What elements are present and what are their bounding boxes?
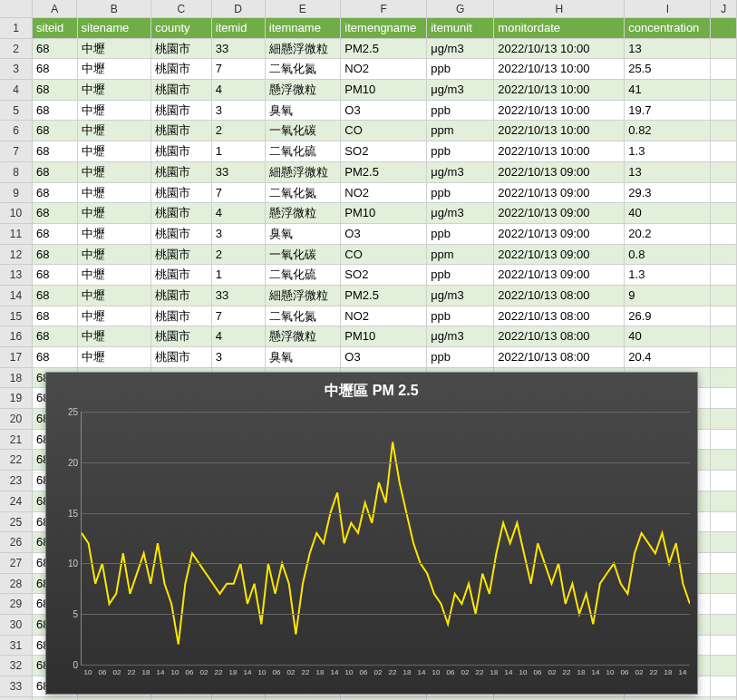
cell[interactable]: ppm [427, 121, 494, 141]
cell[interactable] [711, 203, 737, 224]
cell[interactable]: 桃園市 [151, 39, 212, 60]
cell[interactable]: 2 [212, 245, 266, 266]
cell[interactable]: ppb [427, 347, 494, 368]
cell[interactable]: 2022/10/13 09:00 [494, 265, 625, 286]
cell[interactable]: 20.4 [625, 347, 711, 368]
cell[interactable] [711, 39, 737, 60]
cell[interactable]: 細懸浮微粒 [266, 39, 342, 60]
cell[interactable]: 2022/10/13 08:00 [494, 326, 625, 347]
cell[interactable]: 68 [33, 59, 78, 80]
row-header[interactable]: 7 [0, 141, 33, 162]
cell[interactable]: 臭氧 [266, 224, 342, 245]
row-header[interactable]: 15 [0, 306, 33, 327]
cell[interactable]: PM2.5 [341, 162, 427, 183]
cell[interactable]: 桃園市 [151, 265, 212, 286]
row-header[interactable]: 8 [0, 162, 33, 183]
row-header[interactable]: 6 [0, 121, 33, 141]
cell[interactable]: 二氧化硫 [266, 141, 342, 162]
row-header[interactable]: 4 [0, 80, 33, 101]
cell[interactable] [711, 388, 737, 409]
cell[interactable]: 2022/10/13 10:00 [494, 39, 625, 60]
cell[interactable]: 19.7 [625, 101, 711, 122]
cell[interactable]: 2022/10/13 09:00 [494, 203, 625, 224]
cell[interactable] [711, 121, 737, 141]
header-cell-F[interactable]: itemengname [341, 18, 427, 39]
cell[interactable]: 33 [212, 162, 266, 183]
cell[interactable]: 2022/10/13 09:00 [494, 224, 625, 245]
cell[interactable] [711, 183, 737, 204]
header-cell-I[interactable]: concentration [625, 18, 711, 39]
cell[interactable]: CO [341, 121, 427, 141]
row-header[interactable]: 9 [0, 183, 33, 204]
cell[interactable]: O3 [341, 101, 427, 122]
cell[interactable]: 2022/10/13 08:00 [494, 306, 625, 327]
cell[interactable]: 中壢 [78, 326, 152, 347]
row-header[interactable]: 18 [0, 368, 33, 389]
chart-overlay[interactable]: 中壢區 PM 2.5 0510152025 100602221814100602… [45, 372, 698, 695]
cell[interactable]: 40 [625, 326, 711, 347]
cell[interactable]: 68 [33, 162, 78, 183]
row-header[interactable]: 16 [0, 326, 33, 347]
cell[interactable]: ppm [427, 245, 494, 266]
cell[interactable] [711, 594, 737, 615]
cell[interactable]: NO2 [341, 59, 427, 80]
row-header[interactable]: 14 [0, 286, 33, 306]
header-cell-B[interactable]: sitename [78, 18, 152, 39]
cell[interactable]: 2022/10/13 09:00 [494, 183, 625, 204]
row-header[interactable]: 21 [0, 430, 33, 451]
column-header-C[interactable]: C [151, 0, 212, 18]
cell[interactable]: 中壢 [78, 141, 152, 162]
row-header[interactable]: 24 [0, 491, 33, 512]
cell[interactable]: 2022/10/13 08:00 [494, 347, 625, 368]
cell[interactable] [711, 306, 737, 327]
row-header[interactable]: 26 [0, 532, 33, 553]
cell[interactable] [711, 59, 737, 80]
cell[interactable]: 臭氧 [266, 101, 342, 122]
row-header[interactable]: 32 [0, 656, 33, 676]
cell[interactable]: ppb [427, 306, 494, 327]
cell[interactable] [711, 450, 737, 471]
cell[interactable]: 2022/10/13 09:00 [494, 162, 625, 183]
header-cell-E[interactable]: itemname [266, 18, 342, 39]
cell[interactable]: 1 [212, 265, 266, 286]
cell[interactable]: 2022/10/13 10:00 [494, 80, 625, 101]
cell[interactable]: NO2 [341, 306, 427, 327]
cell[interactable]: 桃園市 [151, 141, 212, 162]
row-header[interactable]: 27 [0, 553, 33, 574]
cell[interactable]: 中壢 [78, 121, 152, 141]
cell[interactable]: ppb [427, 183, 494, 204]
cell[interactable]: 懸浮微粒 [266, 203, 342, 224]
column-header-H[interactable]: H [494, 0, 625, 18]
cell[interactable]: 桃園市 [151, 326, 212, 347]
cell[interactable]: 68 [33, 141, 78, 162]
cell[interactable]: 中壢 [78, 80, 152, 101]
select-all-corner[interactable] [0, 0, 33, 18]
row-header[interactable]: 22 [0, 450, 33, 471]
cell[interactable]: 41 [625, 80, 711, 101]
cell[interactable] [711, 347, 737, 368]
row-header[interactable]: 33 [0, 676, 33, 697]
cell[interactable]: ppb [427, 141, 494, 162]
cell[interactable]: 68 [33, 183, 78, 204]
cell[interactable]: 20.2 [625, 224, 711, 245]
row-header[interactable]: 20 [0, 409, 33, 430]
cell[interactable]: 中壢 [78, 39, 152, 60]
cell[interactable]: PM10 [341, 80, 427, 101]
cell[interactable]: 桃園市 [151, 203, 212, 224]
cell[interactable]: 2022/10/13 10:00 [494, 121, 625, 141]
cell[interactable]: 2022/10/13 10:00 [494, 101, 625, 122]
row-header[interactable]: 25 [0, 512, 33, 533]
cell[interactable]: 1.3 [625, 265, 711, 286]
cell[interactable]: 68 [33, 265, 78, 286]
cell[interactable]: 4 [212, 203, 266, 224]
cell[interactable]: 一氧化碳 [266, 121, 342, 141]
cell[interactable]: μg/m3 [427, 39, 494, 60]
cell[interactable] [711, 656, 737, 676]
cell[interactable]: 25.5 [625, 59, 711, 80]
row-header[interactable]: 30 [0, 615, 33, 636]
cell[interactable]: 桃園市 [151, 306, 212, 327]
cell[interactable] [711, 162, 737, 183]
cell[interactable] [711, 512, 737, 533]
row-header[interactable]: 31 [0, 636, 33, 656]
cell[interactable]: 68 [33, 80, 78, 101]
